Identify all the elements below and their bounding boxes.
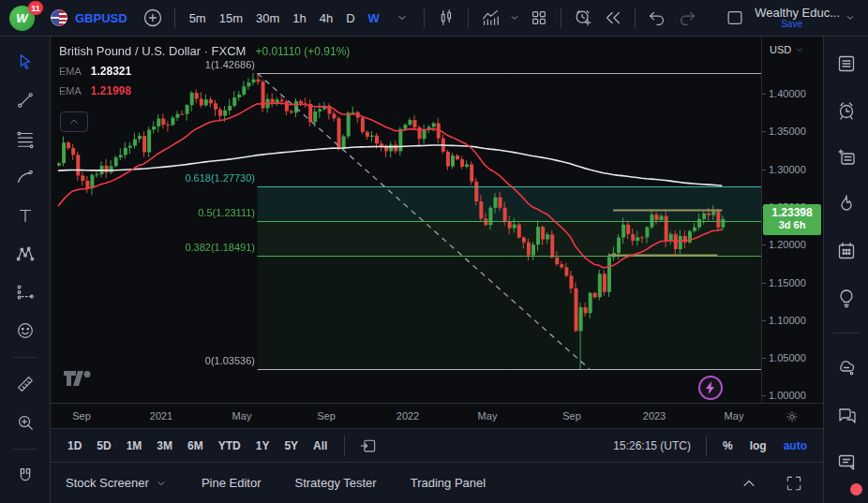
layout-dropdown[interactable] [840, 4, 861, 32]
private-chat-button[interactable] [832, 448, 861, 476]
create-alert-button[interactable] [569, 4, 597, 32]
range-5d[interactable]: 5D [89, 434, 118, 458]
auto-scale-button[interactable]: auto [777, 439, 814, 452]
price-tick: 1.10000 [769, 314, 806, 327]
time-tick: Sep [562, 410, 581, 422]
time-tick: Sep [317, 410, 336, 422]
interval-1h[interactable]: 1h [286, 5, 312, 31]
lightbulb-icon [835, 287, 858, 309]
interval-5m[interactable]: 5m [183, 5, 213, 31]
range-5y[interactable]: 5Y [277, 434, 306, 458]
cursor-tool[interactable] [11, 48, 39, 76]
layout-account-block[interactable]: Wealthy Educ... Save [755, 7, 840, 29]
interval-D[interactable]: D [339, 5, 361, 31]
interval-30m[interactable]: 30m [249, 5, 286, 31]
range-1m[interactable]: 1M [119, 434, 150, 458]
range-ytd[interactable]: YTD [211, 434, 248, 458]
tab-stock-screener[interactable]: Stock Screener [66, 476, 168, 490]
interval-W[interactable]: W [362, 5, 386, 31]
expand-panel-button[interactable] [735, 469, 763, 497]
percent-scale-button[interactable]: % [716, 439, 740, 452]
indicators-button[interactable] [476, 4, 504, 32]
alerts-button[interactable] [832, 96, 861, 125]
ema-label: EMA [59, 66, 82, 77]
grid-layout-icon [529, 7, 549, 28]
forecast-tool[interactable] [11, 278, 39, 306]
chart-style-button[interactable] [432, 4, 460, 32]
candlestick-icon [436, 7, 456, 28]
utc-clock[interactable]: 15:26:15 (UTC) [613, 439, 691, 452]
magnet-mode[interactable] [11, 462, 39, 490]
select-layout-button[interactable] [721, 4, 749, 32]
redo-button[interactable] [673, 4, 701, 32]
chevron-up-icon [67, 114, 82, 129]
trend-line-icon [15, 90, 36, 111]
brush-icon [15, 167, 36, 187]
range-6m[interactable]: 6M [180, 434, 211, 458]
live-ideas-button[interactable] [832, 495, 861, 503]
time-tick: May [232, 410, 252, 422]
measure-tool[interactable] [11, 370, 39, 398]
fib-retracement-tool[interactable] [11, 125, 39, 153]
minds-button[interactable] [832, 354, 861, 382]
redo-icon [677, 7, 697, 28]
ema-legend-2[interactable]: EMA1.21998 [59, 84, 350, 97]
range-all[interactable]: All [306, 434, 335, 458]
ema-legend-1[interactable]: EMA1.28321 [59, 65, 350, 78]
watchlist-button[interactable] [832, 50, 861, 78]
tradingview-logo[interactable] [63, 369, 95, 392]
bar-replay-button[interactable] [599, 4, 627, 32]
emoji-icon [15, 320, 36, 341]
price-axis-currency[interactable]: USD [770, 44, 805, 55]
hotlists-button[interactable] [832, 190, 861, 218]
app-logo[interactable]: W 11 [9, 4, 41, 32]
watchlist-icon [835, 52, 858, 75]
interval-dropdown[interactable] [388, 4, 416, 32]
log-scale-button[interactable]: log [743, 439, 773, 452]
interval-4h[interactable]: 4h [313, 5, 339, 31]
tab-strategy-tester[interactable]: Strategy Tester [294, 476, 376, 490]
time-axis[interactable]: Sep2021MaySep2022MaySep2023May [51, 403, 823, 428]
interval-15m[interactable]: 15m [213, 5, 249, 31]
layout-name[interactable]: Wealthy Educ... [755, 7, 840, 20]
tab-trading-panel[interactable]: Trading Panel [411, 476, 486, 490]
alert-clock-icon [573, 7, 593, 28]
replay-icon [603, 7, 623, 28]
price-pane[interactable]: British Pound / U.S. Dollar · FXCM+0.011… [51, 37, 761, 403]
add-compare-button[interactable] [139, 4, 167, 32]
fullscreen-button[interactable] [780, 469, 808, 497]
ideas-button[interactable] [832, 284, 861, 312]
price-tick-mark [762, 131, 766, 132]
save-button[interactable]: Save [781, 20, 802, 30]
emoji-tool[interactable] [11, 317, 39, 345]
brush-tool[interactable] [11, 163, 39, 191]
chart-settings-button[interactable] [782, 407, 802, 427]
range-buttons: 1D5D1M3M6MYTD1Y5YAll [60, 434, 335, 458]
range-3m[interactable]: 3M [149, 434, 180, 458]
pattern-tool[interactable] [11, 240, 39, 268]
price-axis[interactable]: USD 1.400001.350001.300001.250001.200001… [761, 37, 823, 403]
public-chats-button[interactable] [832, 401, 861, 429]
time-tick: 2022 [397, 410, 419, 422]
range-1y[interactable]: 1Y [248, 434, 277, 458]
undo-button[interactable] [643, 4, 671, 32]
indicators-dropdown[interactable] [506, 4, 523, 32]
range-1d[interactable]: 1D [60, 434, 89, 458]
text-tool[interactable] [11, 201, 39, 229]
goto-date-button[interactable] [354, 432, 382, 460]
price-tick: 1.20000 [769, 238, 806, 251]
notification-badge: 11 [28, 1, 43, 15]
calendar-button[interactable] [832, 237, 861, 265]
zoom-in-tool[interactable] [11, 408, 39, 436]
trend-line-tool[interactable] [11, 86, 39, 114]
price-tick-mark [762, 320, 766, 321]
gear-icon [785, 409, 800, 424]
layout-templates-button[interactable] [525, 4, 553, 32]
tab-pine-editor[interactable]: Pine Editor [202, 476, 262, 490]
collapse-legend-button[interactable] [60, 111, 88, 132]
symbol-name[interactable]: GBPUSD [75, 11, 127, 25]
quick-action-button[interactable] [698, 376, 723, 400]
symbol-title[interactable]: British Pound / U.S. Dollar · FXCM [59, 44, 246, 58]
notes-button[interactable] [832, 143, 861, 171]
calendar-icon [835, 240, 858, 262]
